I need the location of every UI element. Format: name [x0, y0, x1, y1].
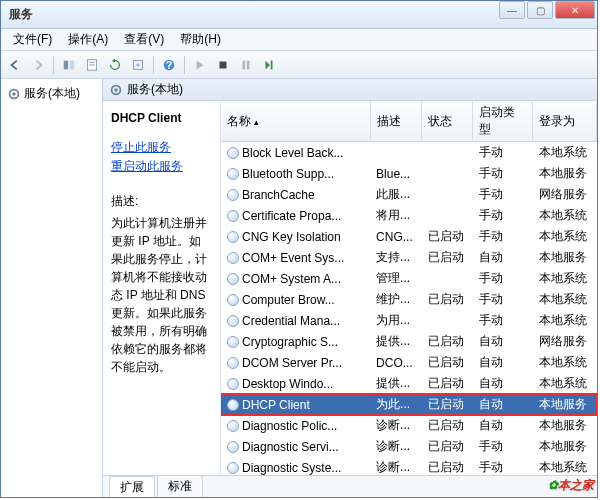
table-row[interactable]: Computer Brow...维护...已启动手动本地系统: [221, 289, 597, 310]
service-icon: [227, 420, 239, 432]
services-table: 名称 ▴ 描述 状态 启动类型 登录为 Block Level Back...手…: [221, 101, 597, 475]
properties-icon[interactable]: [82, 55, 102, 75]
minimize-button[interactable]: —: [499, 1, 525, 19]
svg-rect-11: [271, 60, 273, 69]
table-row[interactable]: Diagnostic Syste...诊断...已启动手动本地系统: [221, 457, 597, 475]
tab-standard[interactable]: 标准: [157, 475, 203, 497]
table-row[interactable]: Cryptographic S...提供...已启动自动网络服务: [221, 331, 597, 352]
svg-point-15: [114, 88, 118, 92]
service-icon: [227, 441, 239, 453]
tab-extended[interactable]: 扩展: [109, 476, 155, 497]
column-name[interactable]: 名称 ▴: [221, 101, 370, 142]
svg-rect-8: [220, 61, 227, 68]
restart-service-link[interactable]: 重启动此服务: [111, 158, 212, 175]
table-row[interactable]: CNG Key IsolationCNG...已启动手动本地系统: [221, 226, 597, 247]
pane-header: 服务(本地): [103, 79, 597, 101]
toolbar: ?: [1, 51, 597, 79]
table-row[interactable]: DCOM Server Pr...DCO...已启动自动本地系统: [221, 352, 597, 373]
back-icon[interactable]: [5, 55, 25, 75]
service-icon: [227, 252, 239, 264]
gear-icon: [109, 83, 123, 97]
service-icon: [227, 357, 239, 369]
svg-point-13: [12, 92, 16, 96]
service-icon: [227, 315, 239, 327]
sort-asc-icon: ▴: [254, 117, 259, 127]
table-row[interactable]: BranchCache此服...手动网络服务: [221, 184, 597, 205]
body-split: 服务(本地) 服务(本地) DHCP Client 停止此服务 重启动此服务 描…: [1, 79, 597, 497]
toolbar-separator: [53, 56, 54, 74]
column-description[interactable]: 描述: [370, 101, 422, 142]
service-icon: [227, 273, 239, 285]
table-row[interactable]: Certificate Propa...将用...手动本地系统: [221, 205, 597, 226]
description-label: 描述:: [111, 193, 212, 210]
detail-split: DHCP Client 停止此服务 重启动此服务 描述: 为此计算机注册并更新 …: [103, 101, 597, 475]
service-detail-panel: DHCP Client 停止此服务 重启动此服务 描述: 为此计算机注册并更新 …: [103, 101, 221, 475]
toolbar-separator: [184, 56, 185, 74]
menu-bar: 文件(F)操作(A)查看(V)帮助(H): [1, 29, 597, 51]
svg-text:?: ?: [166, 58, 172, 70]
service-icon: [227, 210, 239, 222]
close-button[interactable]: ✕: [555, 1, 595, 19]
service-icon: [227, 462, 239, 474]
services-window: 服务 — ▢ ✕ 文件(F)操作(A)查看(V)帮助(H) ? 服务(本地): [0, 0, 598, 498]
column-logon-as[interactable]: 登录为: [533, 101, 597, 142]
service-icon: [227, 399, 239, 411]
selected-service-name: DHCP Client: [111, 111, 212, 125]
view-tabs: 扩展 标准: [103, 475, 597, 497]
service-icon: [227, 294, 239, 306]
table-row[interactable]: Block Level Back...手动本地系统: [221, 142, 597, 164]
show-hide-icon[interactable]: [59, 55, 79, 75]
titlebar[interactable]: 服务 — ▢ ✕: [1, 1, 597, 29]
restart-service-icon[interactable]: [259, 55, 279, 75]
gear-icon: [7, 87, 21, 101]
toolbar-separator: [153, 56, 154, 74]
tree-root-services[interactable]: 服务(本地): [5, 83, 98, 104]
table-row[interactable]: Desktop Windo...提供...已启动自动本地系统: [221, 373, 597, 394]
window-controls: — ▢ ✕: [499, 1, 595, 19]
service-icon: [227, 378, 239, 390]
services-table-wrap[interactable]: 名称 ▴ 描述 状态 启动类型 登录为 Block Level Back...手…: [221, 101, 597, 475]
table-row[interactable]: COM+ Event Sys...支持...已启动自动本地服务: [221, 247, 597, 268]
table-row[interactable]: COM+ System A...管理...手动本地系统: [221, 268, 597, 289]
stop-service-icon[interactable]: [213, 55, 233, 75]
forward-icon[interactable]: [28, 55, 48, 75]
menu-3[interactable]: 帮助(H): [172, 29, 229, 50]
svg-rect-10: [247, 60, 250, 69]
column-status[interactable]: 状态: [422, 101, 473, 142]
export-icon[interactable]: [128, 55, 148, 75]
svg-rect-1: [70, 60, 74, 69]
main-pane: 服务(本地) DHCP Client 停止此服务 重启动此服务 描述: 为此计算…: [103, 79, 597, 497]
svg-rect-9: [243, 60, 246, 69]
menu-0[interactable]: 文件(F): [5, 29, 60, 50]
service-icon: [227, 336, 239, 348]
table-row[interactable]: Bluetooth Supp...Blue...手动本地服务: [221, 163, 597, 184]
watermark: ✿本之家: [548, 475, 594, 494]
refresh-icon[interactable]: [105, 55, 125, 75]
help-icon[interactable]: ?: [159, 55, 179, 75]
maximize-button[interactable]: ▢: [527, 1, 553, 19]
service-icon: [227, 168, 239, 180]
stop-service-link[interactable]: 停止此服务: [111, 139, 212, 156]
description-text: 为此计算机注册并更新 IP 地址。如果此服务停止，计算机将不能接收动态 IP 地…: [111, 214, 212, 376]
start-service-icon[interactable]: [190, 55, 210, 75]
service-icon: [227, 189, 239, 201]
tree-pane: 服务(本地): [1, 79, 103, 497]
menu-2[interactable]: 查看(V): [116, 29, 172, 50]
service-icon: [227, 147, 239, 159]
table-row[interactable]: Diagnostic Polic...诊断...已启动自动本地服务: [221, 415, 597, 436]
menu-1[interactable]: 操作(A): [60, 29, 116, 50]
table-row[interactable]: DHCP Client为此...已启动自动本地服务: [221, 394, 597, 415]
tree-root-label: 服务(本地): [24, 85, 80, 102]
service-icon: [227, 231, 239, 243]
column-startup-type[interactable]: 启动类型: [473, 101, 533, 142]
svg-rect-0: [64, 60, 68, 69]
table-row[interactable]: Diagnostic Servi...诊断...已启动手动本地服务: [221, 436, 597, 457]
pause-service-icon[interactable]: [236, 55, 256, 75]
pane-title: 服务(本地): [127, 81, 183, 98]
window-title: 服务: [1, 6, 33, 23]
table-row[interactable]: Credential Mana...为用...手动本地系统: [221, 310, 597, 331]
